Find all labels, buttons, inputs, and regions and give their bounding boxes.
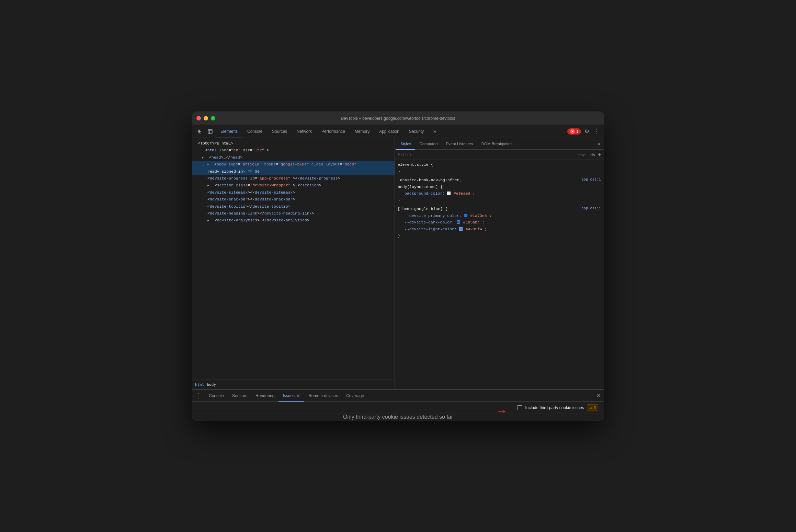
tab-memory[interactable]: Memory bbox=[350, 125, 374, 138]
css-rules: element.style { } .devsite-book-nav-bg:a… bbox=[395, 160, 604, 389]
third-party-cookie-checkbox[interactable] bbox=[518, 405, 522, 410]
tab-styles[interactable]: Styles bbox=[396, 138, 415, 150]
tab-console[interactable]: Console bbox=[242, 125, 267, 138]
more-actions-icon[interactable]: ⋮ bbox=[593, 127, 601, 136]
css-rule-google-blue: [theme=google-blue] { app.css:1 --devsit… bbox=[398, 206, 601, 239]
tab-security[interactable]: Security bbox=[404, 125, 429, 138]
issues-empty-state: Only third-party cookie issues detected … bbox=[192, 414, 604, 420]
dom-line-sitemask[interactable]: <devsite-sitemask></devsite-sitemask> bbox=[192, 189, 395, 196]
drawer-tab-sensors[interactable]: Sensors bbox=[228, 390, 251, 402]
error-badge[interactable]: ✕ 1 bbox=[567, 128, 581, 135]
cookie-checkbox-label: Include third-party cookie issues bbox=[525, 405, 584, 410]
filter-input[interactable] bbox=[398, 152, 576, 157]
tab-computed[interactable]: Computed bbox=[415, 138, 442, 150]
dom-panel: <!DOCTYPE html> <html lang="en" dir="ltr… bbox=[192, 138, 395, 389]
color-swatch-1a73e8[interactable] bbox=[464, 214, 467, 217]
traffic-lights bbox=[196, 116, 215, 120]
drawer-tab-issues[interactable]: Issues ✕ bbox=[278, 390, 304, 402]
dom-line-devsite-progress[interactable]: <devsite-progress id="app-progress" ></d… bbox=[192, 175, 395, 182]
tab-application[interactable]: Application bbox=[374, 125, 404, 138]
tab-network[interactable]: Network bbox=[292, 125, 317, 138]
minimize-button[interactable] bbox=[204, 116, 208, 120]
breadcrumb: html body bbox=[192, 380, 395, 389]
dom-tree[interactable]: <!DOCTYPE html> <html lang="en" dir="ltr… bbox=[192, 138, 395, 380]
breadcrumb-html[interactable]: html bbox=[195, 382, 204, 387]
css-rule-element-style: element.style { } bbox=[398, 161, 601, 175]
warning-badge: ⚠ 0 bbox=[587, 404, 598, 411]
panel-tabs: Styles Computed Event Listeners DOM Brea… bbox=[395, 138, 604, 150]
styles-panel: Styles Computed Event Listeners DOM Brea… bbox=[395, 138, 604, 389]
color-swatch-4285f4[interactable] bbox=[459, 227, 463, 231]
issues-panel-content: → Include third-party cookie issues ⚠ 0 … bbox=[192, 402, 604, 420]
dom-line-body-continued[interactable]: ready signed-in> == $0 bbox=[192, 168, 395, 175]
color-swatch-e8eaed[interactable] bbox=[447, 192, 451, 195]
dom-line-doctype[interactable]: <!DOCTYPE html> bbox=[192, 140, 395, 147]
inspect-icon[interactable] bbox=[205, 127, 215, 136]
cookie-checkbox-row: Include third-party cookie issues ⚠ 0 bbox=[518, 404, 598, 411]
svg-rect-0 bbox=[208, 129, 212, 134]
tab-event-listeners[interactable]: Event Listeners bbox=[442, 138, 477, 150]
drawer-more-icon[interactable]: ⋮ bbox=[194, 391, 203, 400]
error-x-icon: ✕ bbox=[570, 129, 575, 134]
maximize-button[interactable] bbox=[211, 116, 215, 120]
dom-line-head[interactable]: <head>…</head> bbox=[192, 154, 395, 161]
cursor-icon[interactable] bbox=[195, 127, 205, 136]
tab-elements[interactable]: Elements bbox=[216, 125, 242, 138]
css-source-1[interactable]: app.css:1 bbox=[581, 177, 601, 183]
dom-line-section[interactable]: <section class="devsite-wrapper" >…</sec… bbox=[192, 182, 395, 189]
panel-more-icon[interactable]: » bbox=[595, 141, 602, 147]
dom-line-heading-link[interactable]: <devsite-heading-link></devsite-heading-… bbox=[192, 210, 395, 217]
devtools-window: DevTools – developers.google.com/web/too… bbox=[192, 112, 604, 420]
tab-sources[interactable]: Sources bbox=[267, 125, 292, 138]
issues-tab-close[interactable]: ✕ bbox=[296, 393, 300, 398]
css-source-2[interactable]: app.css:1 bbox=[581, 206, 601, 212]
more-tabs-icon[interactable]: » bbox=[430, 127, 440, 136]
hov-filter-btn[interactable]: :hov bbox=[576, 152, 586, 158]
cls-filter-btn[interactable]: .cls bbox=[588, 152, 596, 158]
color-swatch-185abc[interactable] bbox=[457, 220, 460, 224]
dom-line-snackbar[interactable]: <devsite-snackbar></devsite-snackbar> bbox=[192, 196, 395, 203]
devtools-right-actions: ✕ 1 ⚙ ⋮ bbox=[567, 127, 601, 136]
bottom-drawer: ⋮ Console Sensors Rendering Issues ✕ Rem… bbox=[192, 389, 604, 420]
dom-line-analytics[interactable]: <devsite-analytics>…</devsite-analytics> bbox=[192, 217, 395, 224]
dom-line-tooltip[interactable]: <devsite-tooltip></devsite-tooltip> bbox=[192, 203, 395, 210]
tab-performance[interactable]: Performance bbox=[317, 125, 350, 138]
drawer-tab-coverage[interactable]: Coverage bbox=[342, 390, 368, 402]
dom-line-html[interactable]: <html lang="en" dir="ltr" > bbox=[192, 147, 395, 154]
window-title: DevTools – developers.google.com/web/too… bbox=[341, 116, 455, 121]
css-rule-book-nav: .devsite-book-nav-bg:after, app.css:1 bo… bbox=[398, 177, 601, 204]
breadcrumb-body[interactable]: body bbox=[207, 382, 216, 387]
devtools-tab-bar: Elements Console Sources Network Perform… bbox=[192, 125, 604, 138]
drawer-tab-console[interactable]: Console bbox=[205, 390, 228, 402]
drawer-tab-bar: ⋮ Console Sensors Rendering Issues ✕ Rem… bbox=[192, 390, 604, 402]
tab-dom-breakpoints[interactable]: DOM Breakpoints bbox=[477, 138, 517, 150]
drawer-close-button[interactable]: ✕ bbox=[595, 391, 602, 400]
filter-buttons: :hov .cls bbox=[576, 152, 596, 158]
issues-toolbar: → Include third-party cookie issues ⚠ 0 bbox=[192, 402, 604, 414]
close-button[interactable] bbox=[196, 116, 201, 120]
drawer-tab-rendering[interactable]: Rendering bbox=[251, 390, 278, 402]
titlebar: DevTools – developers.google.com/web/too… bbox=[192, 112, 604, 125]
filter-row: :hov .cls + bbox=[395, 150, 604, 160]
dom-line-body[interactable]: … <body type="article" theme="google-blu… bbox=[192, 161, 395, 168]
devtools-inner: Elements Console Sources Network Perform… bbox=[192, 125, 604, 420]
add-style-rule-icon[interactable]: + bbox=[598, 152, 601, 158]
settings-icon[interactable]: ⚙ bbox=[583, 127, 591, 136]
drawer-tab-remote[interactable]: Remote devices bbox=[304, 390, 342, 402]
panels-row: <!DOCTYPE html> <html lang="en" dir="ltr… bbox=[192, 138, 604, 389]
